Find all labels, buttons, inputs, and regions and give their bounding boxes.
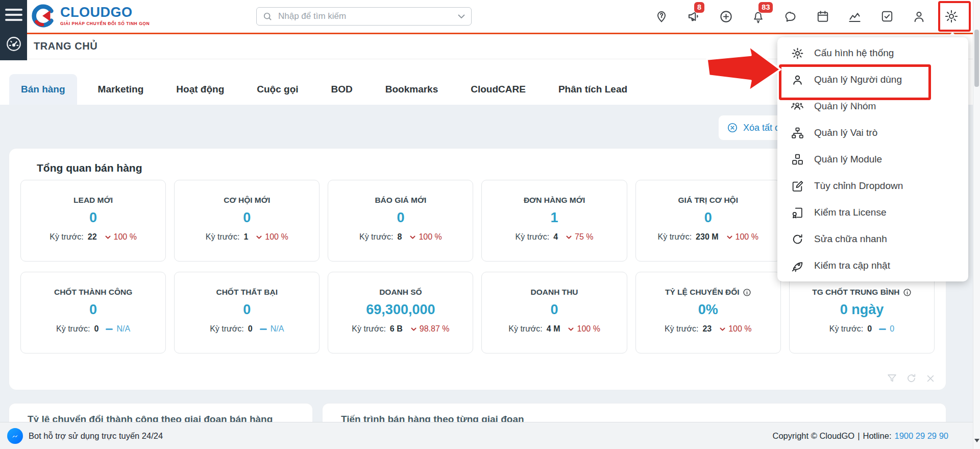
calendar-icon[interactable] bbox=[816, 9, 830, 23]
stat-card-gia-tri-co-hoi: GIÁ TRỊ CƠ HỘI 0 Kỳ trước:230 M 100 % bbox=[635, 180, 781, 262]
tab-cuoc-goi[interactable]: Cuộc gọi bbox=[245, 74, 310, 105]
cloudgo-logo-icon bbox=[32, 4, 55, 28]
tab-phan-tich-lead[interactable]: Phân tích Lead bbox=[547, 74, 639, 105]
bell-icon[interactable]: 83 bbox=[751, 9, 765, 23]
stat-card-ty-le-chuyen-doi: TỶ LỆ CHUYỂN ĐỔI 0% Kỳ trước:23 100 % bbox=[635, 272, 781, 353]
close-icon[interactable] bbox=[925, 373, 936, 384]
search-icon bbox=[262, 11, 273, 21]
section-card-title: Tiến trình bán hàng theo từng giai đoạn bbox=[323, 404, 946, 422]
menu-item-sua-chua-nhanh[interactable]: Sửa chữa nhanh bbox=[777, 226, 968, 252]
trend-down: 100 % bbox=[255, 232, 288, 242]
plus-circle-icon[interactable] bbox=[719, 9, 733, 23]
cubes-icon bbox=[791, 153, 804, 166]
trend-down: 98.87 % bbox=[410, 324, 450, 334]
trend-down: 100 % bbox=[409, 232, 442, 242]
stat-card-bao-gia-moi: BÁO GIÁ MỚI 0 Kỳ trước:8 100 % bbox=[328, 180, 473, 262]
stat-card-don-hang-moi: ĐƠN HÀNG MỚI 1 Kỳ trước:4 75 % bbox=[481, 180, 627, 262]
analytics-icon[interactable] bbox=[848, 9, 862, 23]
stat-value: 69,300,000 bbox=[366, 302, 435, 318]
stat-card-chot-that-bai: CHỐT THẤT BẠI 0 Kỳ trước:0 N/A bbox=[174, 272, 320, 353]
info-icon[interactable] bbox=[743, 288, 751, 297]
stat-card-doanh-so: DOANH SỐ 69,300,000 Kỳ trước:6 B 98.87 % bbox=[328, 272, 473, 353]
global-search bbox=[256, 7, 472, 26]
flat-dash-icon bbox=[260, 328, 267, 330]
panel-toolbar bbox=[887, 373, 936, 384]
hotline-link[interactable]: 1900 29 29 90 bbox=[894, 431, 948, 441]
refresh-icon[interactable] bbox=[906, 373, 917, 384]
trend-down: 100 % bbox=[104, 232, 137, 242]
stat-previous: Kỳ trước:4 75 % bbox=[516, 232, 594, 242]
search-input[interactable] bbox=[256, 7, 472, 26]
tab-bookmarks[interactable]: Bookmarks bbox=[374, 74, 450, 105]
stat-previous: Kỳ trước:1 100 % bbox=[206, 232, 288, 242]
scrollbar-track[interactable] bbox=[973, 0, 980, 449]
stat-value: 1 bbox=[551, 210, 558, 226]
tab-marketing[interactable]: Marketing bbox=[86, 74, 156, 105]
sitemap-icon bbox=[791, 127, 804, 139]
search-chevron-down-icon[interactable] bbox=[457, 13, 465, 19]
trend-flat: N/A bbox=[106, 324, 130, 334]
chat-icon[interactable] bbox=[783, 9, 797, 23]
clear-filter-icon bbox=[727, 122, 738, 133]
info-icon[interactable] bbox=[903, 288, 912, 297]
stat-value: 0 bbox=[397, 210, 404, 226]
sidebar-corner bbox=[0, 0, 27, 60]
navbar-icon-row: 8 83 bbox=[654, 0, 959, 33]
tasks-icon[interactable] bbox=[880, 9, 894, 23]
stat-previous: Kỳ trước:230 M 100 % bbox=[658, 232, 758, 242]
menu-item-quan-ly-vai-tro[interactable]: Quản lý Vai trò bbox=[777, 120, 968, 146]
stat-value: 0 bbox=[704, 210, 712, 226]
stat-value: 0 bbox=[551, 302, 558, 318]
filter-funnel-icon[interactable] bbox=[887, 373, 897, 384]
stat-value: 0 bbox=[243, 302, 251, 318]
chevron-down-icon bbox=[726, 234, 733, 241]
annotation-box-settings-gear bbox=[938, 1, 971, 32]
chevron-down-icon bbox=[410, 326, 418, 333]
stat-value: 0 ngày bbox=[840, 302, 884, 318]
chevron-down-icon bbox=[567, 326, 575, 333]
hamburger-menu-icon[interactable] bbox=[0, 0, 27, 30]
menu-item-kiem-tra-cap-nhat[interactable]: Kiểm tra cập nhật bbox=[777, 252, 968, 279]
messenger-icon[interactable] bbox=[7, 428, 23, 444]
gear-icon bbox=[791, 47, 804, 60]
stat-card-doanh-thu: DOANH THU 0 Kỳ trước:4 M 100 % bbox=[481, 272, 627, 353]
trend-down: 75 % bbox=[565, 232, 593, 242]
brand-name: CLOUDGO bbox=[60, 6, 150, 19]
chevron-down-icon bbox=[104, 234, 112, 241]
page-title: TRANG CHỦ bbox=[34, 40, 97, 52]
stat-value: 0% bbox=[698, 302, 718, 318]
megaphone-icon[interactable]: 8 bbox=[687, 9, 701, 23]
chevron-down-icon bbox=[255, 234, 263, 241]
section-card-conversion: Tỷ lệ chuyển đổi thành công theo giai đo… bbox=[9, 404, 312, 422]
user-icon[interactable] bbox=[912, 9, 926, 23]
menu-item-kiem-tra-license[interactable]: Kiểm tra License bbox=[777, 199, 968, 226]
scrollbar-thumb[interactable] bbox=[974, 30, 979, 87]
announcements-badge: 8 bbox=[694, 2, 704, 13]
stat-previous: Kỳ trước:4 M 100 % bbox=[508, 324, 600, 334]
footer-bar: Bot hỗ trợ sử dụng trực tuyến 24/24 Copy… bbox=[0, 422, 973, 449]
trend-down: 100 % bbox=[719, 324, 751, 334]
menu-item-cau-hinh-he-thong[interactable]: Cấu hình hệ thống bbox=[777, 40, 968, 66]
stat-card-chot-thanh-cong: CHỐT THÀNH CÔNG 0 Kỳ trước:0 N/A bbox=[20, 272, 166, 353]
stat-card-tg-chot-trung-binh: TG CHỐT TRUNG BÌNH 0 ngày Kỳ trước:0 0 bbox=[789, 272, 935, 353]
flat-dash-icon bbox=[879, 328, 886, 330]
brand-tagline: GIẢI PHÁP CHUYỂN ĐỔI SỐ TINH GỌN bbox=[60, 21, 150, 26]
menu-item-tuy-chinh-dropdown[interactable]: Tùy chỉnh Dropdown bbox=[777, 173, 968, 199]
users-group-icon bbox=[791, 100, 804, 113]
chevron-down-icon bbox=[719, 326, 726, 333]
rocket-icon bbox=[791, 259, 804, 272]
stat-previous: Kỳ trước:0 N/A bbox=[56, 324, 130, 334]
cloudgo-logo[interactable]: CLOUDGO GIẢI PHÁP CHUYỂN ĐỔI SỐ TINH GỌN bbox=[32, 4, 150, 28]
dashboard-gauge-icon[interactable] bbox=[0, 30, 27, 58]
tab-bod[interactable]: BOD bbox=[320, 74, 364, 105]
license-icon bbox=[791, 206, 804, 219]
tab-cloudcare[interactable]: CloudCARE bbox=[459, 74, 537, 105]
stat-card-co-hoi-moi: CƠ HỘI MỚI 0 Kỳ trước:1 100 % bbox=[174, 180, 320, 262]
scrollbar-down-button[interactable] bbox=[974, 436, 979, 444]
tab-ban-hang[interactable]: Bán hàng bbox=[9, 74, 77, 105]
tab-hoat-dong[interactable]: Hoạt động bbox=[164, 74, 236, 105]
help-pin-icon[interactable] bbox=[654, 9, 669, 23]
sync-icon bbox=[791, 233, 804, 246]
menu-item-quan-ly-module[interactable]: Quản lý Module bbox=[777, 146, 968, 173]
trend-flat: N/A bbox=[260, 324, 284, 334]
